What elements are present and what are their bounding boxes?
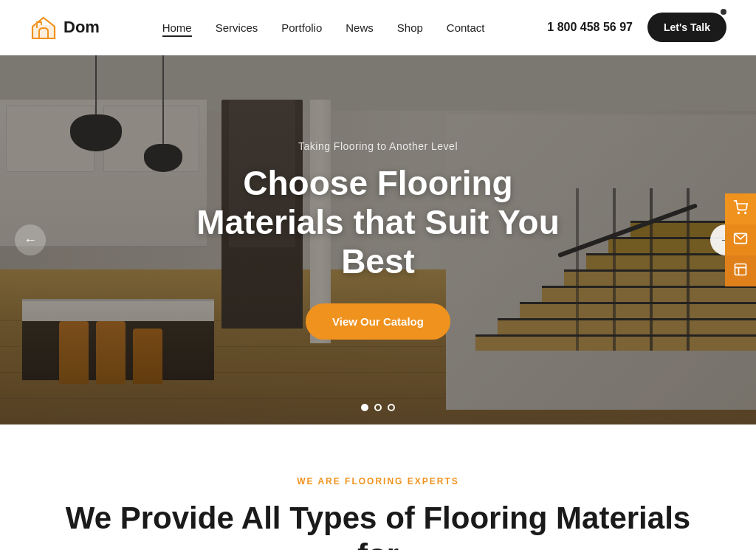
nav-news[interactable]: News <box>346 21 374 34</box>
sidebar-window-button[interactable] <box>725 255 756 286</box>
hero-section: ← Taking Flooring to Another Level Choos… <box>0 55 756 424</box>
section-intro: WE ARE FLOORING EXPERTS We Provide All T… <box>0 424 756 550</box>
slider-prev-button[interactable]: ← <box>15 224 46 255</box>
svg-rect-4 <box>735 264 746 275</box>
slider-dot-3[interactable] <box>388 404 395 411</box>
phone-number: 1 800 458 56 97 <box>547 21 633 34</box>
email-icon <box>733 231 748 250</box>
section-tag: WE ARE FLOORING EXPERTS <box>59 476 697 487</box>
logo-text: Dom <box>63 18 100 37</box>
sidebar-email-button[interactable] <box>725 224 756 255</box>
header-right: 1 800 458 56 97 Let's Talk <box>547 13 726 42</box>
sidebar-floating-icons <box>725 193 756 286</box>
svg-rect-0 <box>32 25 55 38</box>
nav-home[interactable]: Home <box>162 21 192 34</box>
window-icon <box>733 262 748 281</box>
slider-dot-1[interactable] <box>361 404 368 411</box>
view-catalog-button[interactable]: View Our Catalog <box>306 303 450 340</box>
logo[interactable]: Dom <box>30 13 100 41</box>
svg-point-1 <box>738 212 740 213</box>
nav-services[interactable]: Services <box>216 21 258 34</box>
hero-subtitle: Taking Flooring to Another Level <box>298 140 458 152</box>
slider-dot-2[interactable] <box>374 404 382 411</box>
nav-portfolio[interactable]: Portfolio <box>281 21 322 34</box>
section-heading: We Provide All Types of Flooring Materia… <box>59 500 697 550</box>
chevron-left-icon: ← <box>24 233 37 248</box>
notification-dot <box>721 9 726 15</box>
logo-icon <box>30 13 58 41</box>
hero-content: Taking Flooring to Another Level Choose … <box>0 55 756 424</box>
lets-talk-button[interactable]: Let's Talk <box>647 13 726 42</box>
slider-dots <box>361 404 395 411</box>
cart-icon <box>733 200 748 219</box>
header: Dom Home Services Portfolio News Shop Co… <box>0 0 756 55</box>
hero-title: Choose Flooring Materials that Suit You … <box>171 164 585 281</box>
nav-shop[interactable]: Shop <box>397 21 423 34</box>
main-nav: Home Services Portfolio News Shop Contac… <box>162 21 485 34</box>
nav-contact[interactable]: Contact <box>447 21 485 34</box>
svg-point-2 <box>745 212 746 213</box>
sidebar-cart-button[interactable] <box>725 193 756 224</box>
